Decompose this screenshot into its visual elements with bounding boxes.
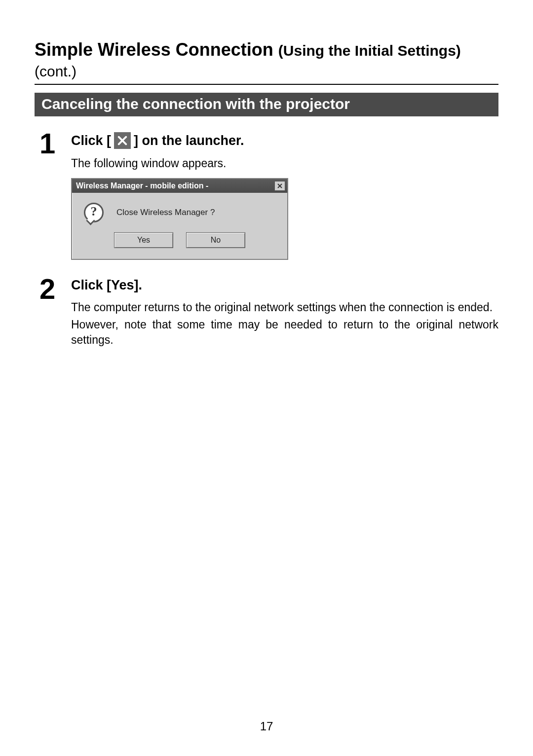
step-1-heading-suffix: ] on the launcher. [134,133,244,148]
title-sub2: (cont.) [35,63,76,79]
step-1-heading: Click [ ] on the launcher. [71,132,498,149]
close-x-icon [114,132,131,149]
dialog-window: Wireless Manager - mobile edition - Clos… [71,178,288,260]
title-sub1: (Using the Initial Settings) [278,42,461,59]
title-main: Simple Wireless Connection [35,39,273,60]
step-1-heading-prefix: Click [ [71,133,111,148]
step-2: 2 Click [Yes]. The computer returns to t… [35,275,498,350]
dialog-titlebar: Wireless Manager - mobile edition - [72,179,287,193]
step-2-paragraph-2: However, note that some time may be need… [71,317,498,348]
question-icon [84,203,104,222]
close-icon [277,183,283,189]
step-1: 1 Click [ ] on the launcher. The followi… [35,129,498,260]
dialog-message: Close Wireless Manager ? [116,208,215,217]
step-number: 1 [39,129,71,158]
yes-button[interactable]: Yes [114,232,173,248]
dialog-close-button[interactable] [274,181,285,191]
section-heading: Canceling the connection with the projec… [35,93,498,116]
step-2-paragraph-1: The computer returns to the original net… [71,300,498,315]
step-number: 2 [39,275,71,303]
page-number: 17 [260,720,273,733]
page-title: Simple Wireless Connection (Using the In… [35,39,498,85]
step-1-intro: The following window appears. [71,156,498,171]
no-button[interactable]: No [186,232,245,248]
step-2-heading: Click [Yes]. [71,278,498,293]
dialog-title: Wireless Manager - mobile edition - [76,181,208,190]
